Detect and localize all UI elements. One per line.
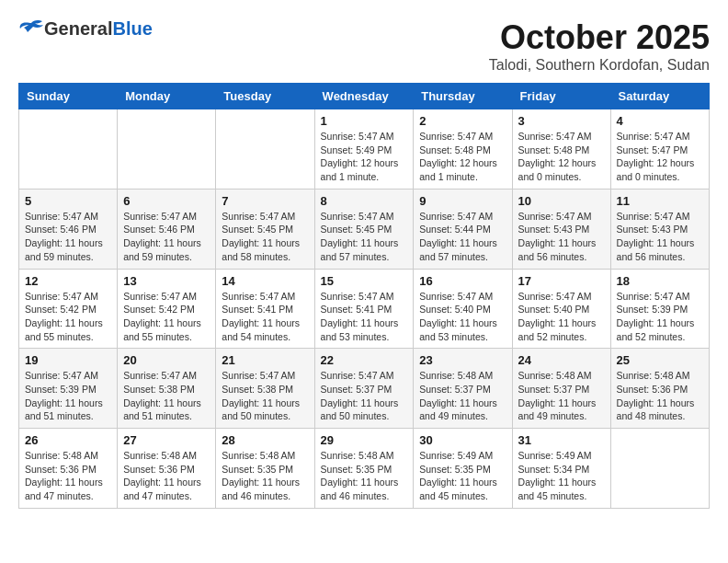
day-info: Sunrise: 5:47 AM Sunset: 5:43 PM Dayligh… <box>518 210 605 264</box>
day-number: 28 <box>222 433 308 447</box>
calendar-cell: 10Sunrise: 5:47 AM Sunset: 5:43 PM Dayli… <box>512 189 610 269</box>
day-info: Sunrise: 5:47 AM Sunset: 5:42 PM Dayligh… <box>123 290 210 344</box>
calendar-cell: 30Sunrise: 5:49 AM Sunset: 5:35 PM Dayli… <box>414 429 512 509</box>
calendar-day-header: Sunday <box>19 84 118 109</box>
calendar-cell: 20Sunrise: 5:47 AM Sunset: 5:38 PM Dayli… <box>118 349 216 429</box>
day-info: Sunrise: 5:47 AM Sunset: 5:38 PM Dayligh… <box>222 369 308 423</box>
day-number: 27 <box>123 433 210 447</box>
calendar-cell: 25Sunrise: 5:48 AM Sunset: 5:36 PM Dayli… <box>610 349 709 429</box>
calendar-cell: 8Sunrise: 5:47 AM Sunset: 5:45 PM Daylig… <box>314 189 414 269</box>
calendar-cell: 1Sunrise: 5:47 AM Sunset: 5:49 PM Daylig… <box>314 109 414 190</box>
calendar-cell <box>610 429 709 509</box>
calendar-week-row: 12Sunrise: 5:47 AM Sunset: 5:42 PM Dayli… <box>19 269 710 349</box>
logo-blue: Blue <box>112 18 152 39</box>
calendar-cell: 27Sunrise: 5:48 AM Sunset: 5:36 PM Dayli… <box>118 429 216 509</box>
day-number: 13 <box>123 274 210 288</box>
calendar-cell: 24Sunrise: 5:48 AM Sunset: 5:37 PM Dayli… <box>512 349 610 429</box>
day-info: Sunrise: 5:48 AM Sunset: 5:36 PM Dayligh… <box>25 449 111 503</box>
day-number: 24 <box>518 353 605 367</box>
calendar-table: SundayMondayTuesdayWednesdayThursdayFrid… <box>18 83 710 509</box>
day-number: 26 <box>25 433 111 447</box>
calendar-cell: 17Sunrise: 5:47 AM Sunset: 5:40 PM Dayli… <box>512 269 610 349</box>
day-number: 5 <box>25 194 111 208</box>
day-number: 20 <box>123 353 210 367</box>
day-number: 6 <box>123 194 210 208</box>
day-number: 1 <box>321 114 408 128</box>
day-number: 15 <box>321 274 408 288</box>
calendar-cell: 28Sunrise: 5:48 AM Sunset: 5:35 PM Dayli… <box>216 429 314 509</box>
calendar-week-row: 19Sunrise: 5:47 AM Sunset: 5:39 PM Dayli… <box>19 349 710 429</box>
day-info: Sunrise: 5:47 AM Sunset: 5:41 PM Dayligh… <box>222 290 308 344</box>
calendar-cell: 5Sunrise: 5:47 AM Sunset: 5:46 PM Daylig… <box>19 189 118 269</box>
day-number: 9 <box>419 194 506 208</box>
calendar-week-row: 1Sunrise: 5:47 AM Sunset: 5:49 PM Daylig… <box>19 109 710 190</box>
day-number: 14 <box>222 274 308 288</box>
calendar-cell: 26Sunrise: 5:48 AM Sunset: 5:36 PM Dayli… <box>19 429 118 509</box>
day-number: 18 <box>617 274 703 288</box>
calendar-week-row: 26Sunrise: 5:48 AM Sunset: 5:36 PM Dayli… <box>19 429 710 509</box>
day-number: 7 <box>222 194 308 208</box>
calendar-day-header: Saturday <box>610 84 709 109</box>
calendar-cell: 7Sunrise: 5:47 AM Sunset: 5:45 PM Daylig… <box>216 189 314 269</box>
location: Talodi, Southern Kordofan, Sudan <box>489 57 710 74</box>
day-number: 2 <box>419 114 506 128</box>
day-info: Sunrise: 5:47 AM Sunset: 5:48 PM Dayligh… <box>419 130 506 184</box>
calendar-cell: 14Sunrise: 5:47 AM Sunset: 5:41 PM Dayli… <box>216 269 314 349</box>
day-number: 22 <box>321 353 408 367</box>
calendar-cell: 23Sunrise: 5:48 AM Sunset: 5:37 PM Dayli… <box>414 349 512 429</box>
day-info: Sunrise: 5:48 AM Sunset: 5:36 PM Dayligh… <box>123 449 210 503</box>
calendar-cell: 3Sunrise: 5:47 AM Sunset: 5:48 PM Daylig… <box>512 109 610 190</box>
page-header: GeneralBlue October 2025 Talodi, Souther… <box>18 18 710 74</box>
calendar-cell: 31Sunrise: 5:49 AM Sunset: 5:34 PM Dayli… <box>512 429 610 509</box>
day-info: Sunrise: 5:47 AM Sunset: 5:47 PM Dayligh… <box>617 130 703 184</box>
day-number: 30 <box>419 433 506 447</box>
day-info: Sunrise: 5:49 AM Sunset: 5:34 PM Dayligh… <box>518 449 605 503</box>
day-info: Sunrise: 5:48 AM Sunset: 5:37 PM Dayligh… <box>518 369 605 423</box>
day-info: Sunrise: 5:48 AM Sunset: 5:35 PM Dayligh… <box>321 449 408 503</box>
day-info: Sunrise: 5:47 AM Sunset: 5:43 PM Dayligh… <box>617 210 703 264</box>
day-number: 8 <box>321 194 408 208</box>
day-number: 11 <box>617 194 703 208</box>
day-info: Sunrise: 5:47 AM Sunset: 5:44 PM Dayligh… <box>419 210 506 264</box>
calendar-cell: 18Sunrise: 5:47 AM Sunset: 5:39 PM Dayli… <box>610 269 709 349</box>
day-info: Sunrise: 5:47 AM Sunset: 5:38 PM Dayligh… <box>123 369 210 423</box>
day-info: Sunrise: 5:47 AM Sunset: 5:39 PM Dayligh… <box>617 290 703 344</box>
calendar-cell: 21Sunrise: 5:47 AM Sunset: 5:38 PM Dayli… <box>216 349 314 429</box>
day-info: Sunrise: 5:47 AM Sunset: 5:45 PM Dayligh… <box>222 210 308 264</box>
calendar-cell: 13Sunrise: 5:47 AM Sunset: 5:42 PM Dayli… <box>118 269 216 349</box>
day-number: 29 <box>321 433 408 447</box>
logo-text: GeneralBlue <box>44 18 153 39</box>
calendar-cell: 19Sunrise: 5:47 AM Sunset: 5:39 PM Dayli… <box>19 349 118 429</box>
calendar-cell <box>216 109 314 190</box>
day-info: Sunrise: 5:47 AM Sunset: 5:40 PM Dayligh… <box>419 290 506 344</box>
day-number: 25 <box>617 353 703 367</box>
day-info: Sunrise: 5:47 AM Sunset: 5:42 PM Dayligh… <box>25 290 111 344</box>
day-number: 17 <box>518 274 605 288</box>
month-title: October 2025 <box>489 18 710 57</box>
logo-general: General <box>44 18 112 39</box>
calendar-cell: 9Sunrise: 5:47 AM Sunset: 5:44 PM Daylig… <box>414 189 512 269</box>
calendar-cell: 6Sunrise: 5:47 AM Sunset: 5:46 PM Daylig… <box>118 189 216 269</box>
day-number: 16 <box>419 274 506 288</box>
calendar-cell: 4Sunrise: 5:47 AM Sunset: 5:47 PM Daylig… <box>610 109 709 190</box>
day-info: Sunrise: 5:47 AM Sunset: 5:41 PM Dayligh… <box>321 290 408 344</box>
calendar-cell: 15Sunrise: 5:47 AM Sunset: 5:41 PM Dayli… <box>314 269 414 349</box>
calendar-day-header: Monday <box>118 84 216 109</box>
day-info: Sunrise: 5:49 AM Sunset: 5:35 PM Dayligh… <box>419 449 506 503</box>
day-info: Sunrise: 5:47 AM Sunset: 5:45 PM Dayligh… <box>321 210 408 264</box>
day-info: Sunrise: 5:47 AM Sunset: 5:40 PM Dayligh… <box>518 290 605 344</box>
calendar-cell: 29Sunrise: 5:48 AM Sunset: 5:35 PM Dayli… <box>314 429 414 509</box>
day-number: 21 <box>222 353 308 367</box>
calendar-cell: 22Sunrise: 5:47 AM Sunset: 5:37 PM Dayli… <box>314 349 414 429</box>
calendar-cell <box>19 109 118 190</box>
day-number: 10 <box>518 194 605 208</box>
calendar-day-header: Tuesday <box>216 84 314 109</box>
title-block: October 2025 Talodi, Southern Kordofan, … <box>489 18 710 74</box>
day-info: Sunrise: 5:48 AM Sunset: 5:36 PM Dayligh… <box>617 369 703 423</box>
day-number: 23 <box>419 353 506 367</box>
calendar-cell: 12Sunrise: 5:47 AM Sunset: 5:42 PM Dayli… <box>19 269 118 349</box>
calendar-cell: 2Sunrise: 5:47 AM Sunset: 5:48 PM Daylig… <box>414 109 512 190</box>
calendar-day-header: Friday <box>512 84 610 109</box>
logo: GeneralBlue <box>18 18 153 39</box>
day-info: Sunrise: 5:47 AM Sunset: 5:46 PM Dayligh… <box>123 210 210 264</box>
